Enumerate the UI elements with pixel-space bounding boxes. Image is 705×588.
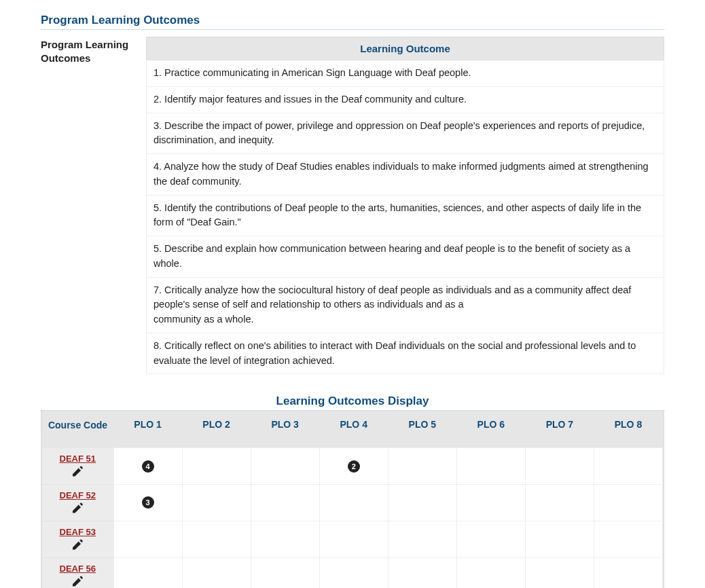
- edit-icon[interactable]: [72, 502, 83, 513]
- plo-cell: [388, 448, 456, 485]
- plo-cell: [388, 484, 456, 521]
- plo-cell: [182, 521, 251, 557]
- plo-cell: [182, 484, 251, 521]
- course-code-link[interactable]: DEAF 52: [46, 490, 109, 500]
- plo-cell: 2: [319, 448, 388, 485]
- plo-section-title: Program Learning Outcomes: [41, 14, 664, 30]
- table-row: DEAF 53: [42, 521, 663, 557]
- plo-cell: 3: [113, 484, 182, 521]
- plo-cell: [319, 557, 388, 588]
- plo-cell: [182, 448, 251, 485]
- edit-icon[interactable]: [72, 466, 83, 477]
- plo-cell: [251, 557, 319, 588]
- count-badge: 4: [142, 460, 154, 473]
- plo-cell: [525, 557, 594, 588]
- plo-cell: [594, 521, 662, 557]
- plo-column-header: PLO 2: [182, 411, 251, 448]
- plo-cell: [594, 557, 662, 588]
- plo-cell: [525, 521, 594, 557]
- outcome-cell: 3. Describe the impact of power, privile…: [147, 113, 664, 154]
- plo-cell: [388, 557, 456, 588]
- plo-cell: [251, 484, 319, 521]
- plo-column-header: PLO 8: [594, 411, 662, 448]
- outcome-cell: 1. Practice communicating in American Si…: [147, 60, 664, 87]
- plo-cell: [319, 484, 388, 521]
- plo-column-header: PLO 6: [456, 411, 525, 448]
- plo-table-header: Learning Outcome: [147, 37, 664, 60]
- plo-cell: [456, 557, 525, 588]
- plo-cell: [388, 521, 456, 557]
- edit-icon[interactable]: [72, 539, 83, 550]
- plo-column-header: PLO 5: [388, 411, 456, 448]
- plo-cell: [182, 557, 251, 588]
- plo-cell: [456, 448, 525, 485]
- outcome-cell: 8. Critically reflect on one's abilities…: [147, 333, 664, 374]
- plo-column-header: PLO 1: [113, 411, 182, 448]
- course-code-link[interactable]: DEAF 56: [46, 564, 109, 574]
- plo-cell: [456, 521, 525, 557]
- plo-column-header: PLO 7: [525, 411, 594, 448]
- plo-cell: [456, 484, 525, 521]
- count-badge: 3: [142, 496, 154, 509]
- table-row: DEAF 56: [42, 557, 663, 588]
- plo-cell: [113, 557, 182, 588]
- plo-cell: [594, 448, 662, 485]
- plo-cell: 4: [113, 448, 182, 485]
- edit-icon[interactable]: [72, 576, 83, 587]
- outcome-cell: 5. Describe and explain how communicatio…: [147, 236, 664, 278]
- plo-cell: [525, 448, 594, 485]
- display-section-title: Learning Outcomes Display: [41, 394, 664, 411]
- plo-cell: [525, 484, 594, 521]
- outcome-cell: 4. Analyze how the study of Deaf Studies…: [147, 154, 664, 196]
- outcome-cell: 5. Identify the contributions of Deaf pe…: [147, 195, 664, 236]
- plo-cell: [319, 521, 388, 557]
- plo-column-header: PLO 4: [319, 411, 388, 448]
- plo-cell: [594, 484, 662, 521]
- table-row: DEAF 523: [42, 484, 663, 521]
- plo-cell: [113, 521, 182, 557]
- count-badge: 2: [348, 460, 360, 473]
- course-code-link[interactable]: DEAF 51: [46, 454, 109, 464]
- plo-column-header: PLO 3: [251, 411, 319, 448]
- plo-outcomes-table: Learning Outcome 1. Practice communicati…: [146, 37, 664, 374]
- plo-side-label: Program Learning Outcomes: [41, 37, 132, 374]
- outcome-cell: 2. Identify major features and issues in…: [147, 86, 664, 113]
- plo-cell: [251, 521, 319, 557]
- course-code-link[interactable]: DEAF 53: [46, 527, 109, 537]
- course-code-header: Course Code: [42, 411, 113, 448]
- outcome-cell: 7. Critically analyze how the sociocultu…: [147, 277, 664, 333]
- table-row: DEAF 5142: [42, 448, 663, 485]
- plo-cell: [251, 448, 319, 485]
- learning-outcomes-display-table: Course CodePLO 1PLO 2PLO 3PLO 4PLO 5PLO …: [42, 411, 663, 588]
